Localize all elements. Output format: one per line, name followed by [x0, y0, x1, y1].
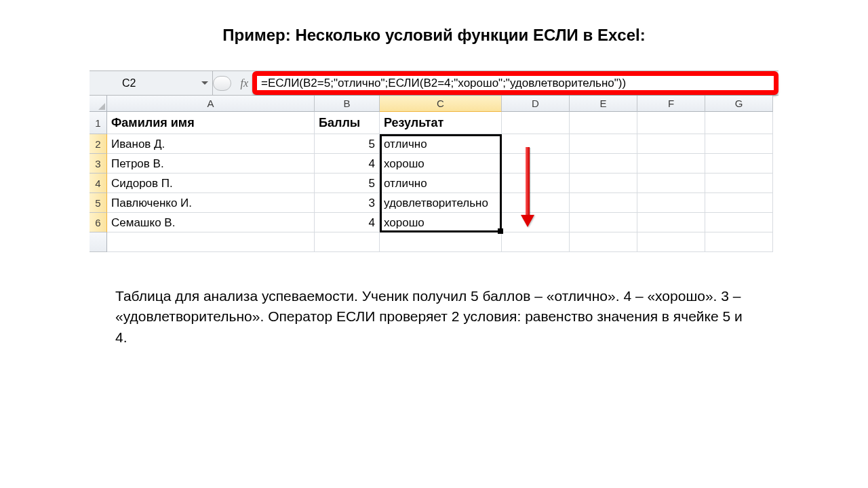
spreadsheet-grid[interactable]: A B C D E F G 1 Фамилия имя Баллы Резуль…	[90, 96, 778, 252]
formula-bar: C2 fx =ЕСЛИ(B2=5;"отлично";ЕСЛИ(B2=4;"хо…	[90, 71, 778, 96]
cell-d6[interactable]	[502, 213, 570, 232]
cell-b1[interactable]: Баллы	[315, 112, 380, 134]
cell-g3[interactable]	[705, 154, 773, 174]
row-head-4[interactable]: 4	[90, 174, 107, 193]
cell-d4[interactable]	[502, 174, 570, 193]
cell-e7[interactable]	[570, 232, 637, 252]
cell-e6[interactable]	[570, 213, 637, 232]
description-text: Таблица для анализа успеваемости. Ученик…	[115, 286, 753, 348]
cell-g4[interactable]	[705, 174, 773, 193]
cell-d5[interactable]	[502, 193, 570, 213]
cell-b4[interactable]: 5	[315, 174, 380, 193]
cell-a4[interactable]: Сидоров П.	[107, 174, 315, 193]
cell-e2[interactable]	[570, 134, 637, 154]
cell-d7[interactable]	[502, 232, 570, 252]
name-box[interactable]: C2	[90, 71, 213, 95]
arrow-down-icon	[521, 147, 534, 227]
excel-snippet: C2 fx =ЕСЛИ(B2=5;"отлично";ЕСЛИ(B2=4;"хо…	[90, 70, 778, 252]
row-head-6[interactable]: 6	[90, 213, 107, 232]
cell-c6[interactable]: хорошо	[380, 213, 502, 232]
cell-c2[interactable]: отлично	[380, 134, 502, 154]
row-head-1[interactable]: 1	[90, 112, 107, 134]
cell-d1[interactable]	[502, 112, 570, 134]
cell-b6[interactable]: 4	[315, 213, 380, 232]
cell-c4[interactable]: отлично	[380, 174, 502, 193]
col-head-e[interactable]: E	[570, 96, 637, 112]
row-head-2[interactable]: 2	[90, 134, 107, 154]
cell-a5[interactable]: Павлюченко И.	[107, 193, 315, 213]
cell-a7[interactable]	[107, 232, 315, 252]
arrow-head	[521, 215, 534, 227]
page-title: Пример: Несколько условий функции ЕСЛИ в…	[0, 0, 868, 56]
formula-buttons: fx	[213, 71, 252, 95]
col-head-a[interactable]: A	[107, 96, 315, 112]
cell-f4[interactable]	[637, 174, 705, 193]
cell-c5[interactable]: удовлетворительно	[380, 193, 502, 213]
select-all-corner[interactable]	[90, 96, 107, 112]
formula-input[interactable]: =ЕСЛИ(B2=5;"отлично";ЕСЛИ(B2=4;"хорошо";…	[261, 77, 626, 90]
cell-e4[interactable]	[570, 174, 637, 193]
formula-highlight: =ЕСЛИ(B2=5;"отлично";ЕСЛИ(B2=4;"хорошо";…	[252, 71, 778, 95]
cell-a3[interactable]: Петров В.	[107, 154, 315, 174]
cell-f5[interactable]	[637, 193, 705, 213]
cell-g6[interactable]	[705, 213, 773, 232]
arrow-shaft	[526, 147, 530, 215]
cell-d2[interactable]	[502, 134, 570, 154]
col-head-c[interactable]: C	[380, 96, 502, 112]
cell-b3[interactable]: 4	[315, 154, 380, 174]
cell-g5[interactable]	[705, 193, 773, 213]
row-head-3[interactable]: 3	[90, 154, 107, 174]
cell-f7[interactable]	[637, 232, 705, 252]
cell-g2[interactable]	[705, 134, 773, 154]
cell-e3[interactable]	[570, 154, 637, 174]
cell-g1[interactable]	[705, 112, 773, 134]
cell-d3[interactable]	[502, 154, 570, 174]
col-head-f[interactable]: F	[637, 96, 705, 112]
row-head-7[interactable]	[90, 232, 107, 252]
col-head-b[interactable]: B	[315, 96, 380, 112]
cell-b2[interactable]: 5	[315, 134, 380, 154]
cell-c7[interactable]	[380, 232, 502, 252]
fx-icon: fx	[234, 77, 248, 89]
cell-b5[interactable]: 3	[315, 193, 380, 213]
col-head-g[interactable]: G	[705, 96, 773, 112]
cell-g7[interactable]	[705, 232, 773, 252]
cell-f6[interactable]	[637, 213, 705, 232]
col-head-d[interactable]: D	[502, 96, 570, 112]
insert-function-button[interactable]	[213, 76, 231, 91]
row-head-5[interactable]: 5	[90, 193, 107, 213]
cell-a1[interactable]: Фамилия имя	[107, 112, 315, 134]
cell-f1[interactable]	[637, 112, 705, 134]
cell-e5[interactable]	[570, 193, 637, 213]
name-box-value: C2	[122, 77, 136, 89]
cell-a6[interactable]: Семашко В.	[107, 213, 315, 232]
cell-c1[interactable]: Результат	[380, 112, 502, 134]
cell-c3[interactable]: хорошо	[380, 154, 502, 174]
cell-f2[interactable]	[637, 134, 705, 154]
formula-input-wrap: =ЕСЛИ(B2=5;"отлично";ЕСЛИ(B2=4;"хорошо";…	[252, 71, 778, 95]
cell-b7[interactable]	[315, 232, 380, 252]
cell-e1[interactable]	[570, 112, 637, 134]
cell-f3[interactable]	[637, 154, 705, 174]
cell-a2[interactable]: Иванов Д.	[107, 134, 315, 154]
chevron-down-icon[interactable]	[201, 81, 208, 85]
